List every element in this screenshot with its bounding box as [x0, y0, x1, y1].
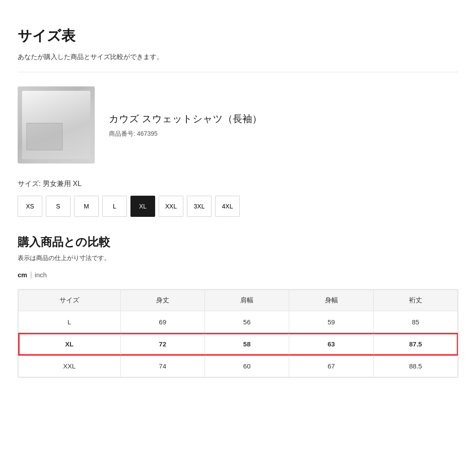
unit-cm-button[interactable]: cm [18, 271, 27, 279]
size-table: サイズ身丈肩幅身幅裄丈 L69565985XL72586387.5XXL7460… [18, 290, 458, 377]
size-btn-m[interactable]: M [74, 196, 99, 217]
unit-toggle: cm inch [18, 271, 458, 279]
table-row: XL72586387.5 [19, 333, 458, 355]
size-btn-4xl[interactable]: 4XL [215, 196, 240, 217]
table-header: サイズ身丈肩幅身幅裄丈 [19, 290, 458, 311]
size-btn-xxl[interactable]: XXL [159, 196, 183, 217]
table-cell-value: 56 [205, 311, 289, 333]
table-cell-value: 85 [373, 311, 457, 333]
table-header-cell: サイズ [19, 290, 121, 311]
table-cell-size: L [19, 311, 121, 333]
table-header-cell: 裄丈 [373, 290, 457, 311]
table-cell-value: 59 [289, 311, 373, 333]
table-header-row: サイズ身丈肩幅身幅裄丈 [19, 290, 458, 311]
table-cell-size: XL [19, 333, 121, 355]
table-cell-value: 58 [205, 333, 289, 355]
table-cell-value: 60 [205, 355, 289, 377]
size-btn-3xl[interactable]: 3XL [187, 196, 212, 217]
size-buttons: XSSMLXLXXL3XL4XL [18, 196, 458, 217]
table-cell-value: 88.5 [373, 355, 457, 377]
table-body: L69565985XL72586387.5XXL74606788.5 [19, 311, 458, 377]
unit-divider [31, 271, 31, 279]
table-cell-value: 63 [289, 333, 373, 355]
size-btn-xs[interactable]: XS [18, 196, 42, 217]
table-header-cell: 肩幅 [205, 290, 289, 311]
table-cell-value: 67 [289, 355, 373, 377]
table-cell-size: XXL [19, 355, 121, 377]
size-btn-xl[interactable]: XL [130, 196, 155, 217]
size-label: サイズ: 男女兼用 XL [18, 179, 458, 189]
table-cell-value: 72 [120, 333, 205, 355]
table-header-cell: 身丈 [120, 290, 205, 311]
comparison-subtitle: 表示は商品の仕上がり寸法です。 [18, 254, 458, 262]
product-number: 商品番号: 467395 [109, 130, 458, 138]
table-header-cell: 身幅 [289, 290, 373, 311]
size-btn-l[interactable]: L [102, 196, 127, 217]
table-row: XXL74606788.5 [19, 355, 458, 377]
table-row: L69565985 [19, 311, 458, 333]
product-section: カウズ スウェットシャツ（長袖） 商品番号: 467395 [18, 86, 458, 164]
product-name: カウズ スウェットシャツ（長袖） [109, 112, 458, 126]
table-cell-value: 74 [120, 355, 205, 377]
table-cell-value: 87.5 [373, 333, 457, 355]
divider [18, 72, 458, 72]
product-info: カウズ スウェットシャツ（長袖） 商品番号: 467395 [109, 112, 458, 138]
comparison-title: 購入商品との比較 [18, 234, 458, 250]
size-btn-s[interactable]: S [46, 196, 71, 217]
table-cell-value: 69 [120, 311, 205, 333]
size-table-wrapper: サイズ身丈肩幅身幅裄丈 L69565985XL72586387.5XXL7460… [18, 289, 458, 378]
page-title: サイズ表 [18, 26, 458, 46]
unit-inch-button[interactable]: inch [35, 271, 47, 279]
page-subtitle: あなたが購入した商品とサイズ比較ができます。 [18, 53, 458, 61]
product-image [18, 86, 95, 164]
product-image-placeholder [18, 86, 95, 164]
